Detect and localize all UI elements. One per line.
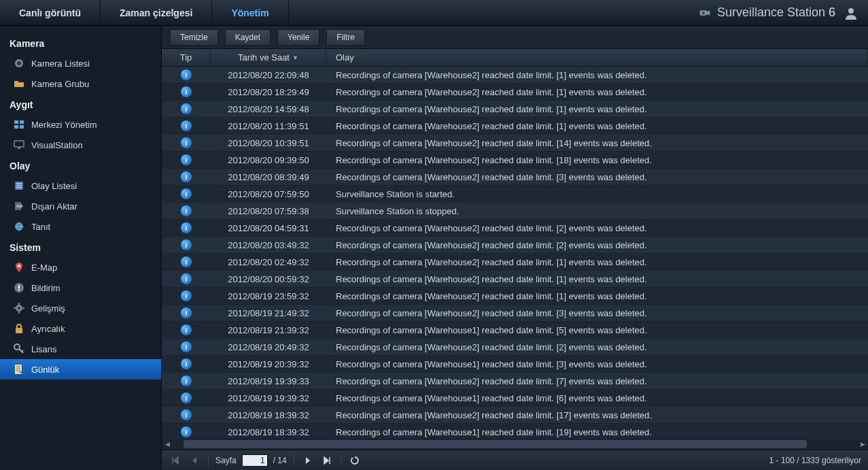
sidebar-item-sistem-0[interactable]: E-Map: [0, 257, 161, 278]
sidebar-item-sistem-1[interactable]: Bildirim: [0, 278, 161, 298]
hscroll-left-icon[interactable]: ◀: [162, 439, 173, 450]
table-row[interactable]: i2012/08/20 00:59:32Recordings of camera…: [162, 271, 868, 288]
sidebar-item-label: Kamera Listesi: [31, 58, 90, 69]
svg-rect-8: [20, 125, 24, 129]
horizontal-scrollbar[interactable]: ◀ ▶: [162, 439, 868, 450]
sidebar-item-olay-0[interactable]: Olay Listesi: [0, 175, 161, 196]
table-row[interactable]: i2012/08/19 18:39:32Recordings of camera…: [162, 424, 868, 439]
cms-icon: [14, 119, 24, 130]
grid-body[interactable]: i2012/08/20 22:09:48Recordings of camera…: [162, 67, 868, 439]
sidebar-item-olay-1[interactable]: Dışarı Aktar: [0, 196, 161, 216]
row-type-cell: i: [162, 205, 211, 216]
col-header-date[interactable]: Tarih ve Saat ▼: [211, 49, 326, 66]
sidebar-item-aygıt-1[interactable]: VisualStation: [0, 135, 161, 155]
sidebar-item-olay-2[interactable]: Tanıt: [0, 216, 161, 237]
col-header-date-label: Tarih ve Saat: [238, 52, 290, 63]
table-row[interactable]: i2012/08/20 09:39:50Recordings of camera…: [162, 152, 868, 169]
hscroll-thumb[interactable]: [184, 440, 807, 448]
topnav-item-0[interactable]: Canlı görüntü: [0, 0, 101, 25]
pager-refresh-icon[interactable]: [348, 454, 362, 467]
table-row[interactable]: i2012/08/20 04:59:31Recordings of camera…: [162, 220, 868, 237]
sidebar-item-sistem-2[interactable]: Gelişmiş: [0, 298, 161, 318]
sidebar-item-label: Dışarı Aktar: [31, 201, 77, 212]
svg-line-32: [22, 350, 23, 352]
pager-page-input[interactable]: [242, 454, 268, 467]
info-icon: i: [181, 103, 192, 114]
filter-button[interactable]: Filtre: [326, 29, 365, 46]
row-date-cell: 2012/08/19 23:59:32: [211, 291, 326, 301]
col-header-type[interactable]: Tip: [162, 49, 211, 66]
pager-last-icon[interactable]: [320, 454, 334, 467]
table-row[interactable]: i2012/08/20 08:39:49Recordings of camera…: [162, 169, 868, 186]
row-type-cell: i: [162, 188, 211, 199]
table-row[interactable]: i2012/08/20 22:09:48Recordings of camera…: [162, 67, 868, 84]
topnav-item-1[interactable]: Zaman çizelgesi: [101, 0, 212, 25]
col-header-event[interactable]: Olay: [326, 49, 868, 66]
row-type-cell: i: [162, 137, 211, 148]
row-date-cell: 2012/08/20 22:09:48: [211, 70, 326, 80]
sidebar-item-kamera-1[interactable]: Kamera Grubu: [0, 73, 161, 94]
table-row[interactable]: i2012/08/19 20:49:32Recordings of camera…: [162, 339, 868, 356]
row-event-cell: Surveillance Station is stopped.: [326, 206, 868, 216]
table-row[interactable]: i2012/08/19 20:39:32Recordings of camera…: [162, 356, 868, 373]
table-row[interactable]: i2012/08/20 11:39:51Recordings of camera…: [162, 118, 868, 135]
table-row[interactable]: i2012/08/19 19:39:33Recordings of camera…: [162, 373, 868, 390]
folder-icon: [14, 78, 24, 89]
table-row[interactable]: i2012/08/20 10:39:51Recordings of camera…: [162, 135, 868, 152]
table-row[interactable]: i2012/08/19 21:49:32Recordings of camera…: [162, 305, 868, 322]
row-event-cell: Recordings of camera [Warehouse1] reache…: [326, 427, 868, 437]
table-row[interactable]: i2012/08/19 19:39:32Recordings of camera…: [162, 390, 868, 407]
sidebar-section-0: Kamera: [0, 33, 161, 53]
sidebar-item-label: VisualStation: [31, 140, 83, 150]
brand-icon: [699, 7, 710, 18]
sidebar-item-aygıt-0[interactable]: Merkezi Yönetim: [0, 114, 161, 135]
sidebar-item-label: Bildirim: [31, 283, 60, 293]
gear-icon: [14, 303, 24, 314]
sidebar-item-sistem-4[interactable]: Lisans: [0, 339, 161, 359]
sidebar-item-kamera-0[interactable]: Kamera Listesi: [0, 53, 161, 73]
pager-first-icon[interactable]: [169, 454, 182, 467]
row-event-cell: Recordings of camera [Warehouse2] reache…: [326, 87, 868, 97]
sidebar-item-label: Tanıt: [31, 222, 50, 232]
row-event-cell: Recordings of camera [Warehouse2] reache…: [326, 291, 868, 301]
save-button[interactable]: Kaydet: [225, 29, 271, 46]
sidebar-item-sistem-5[interactable]: Günlük: [0, 359, 161, 380]
row-type-cell: i: [162, 341, 211, 352]
row-date-cell: 2012/08/19 18:39:32: [211, 410, 326, 420]
sidebar-item-label: Gelişmiş: [31, 303, 65, 314]
row-date-cell: 2012/08/20 11:39:51: [211, 121, 326, 131]
display-icon: [14, 139, 24, 150]
row-date-cell: 2012/08/20 07:59:38: [211, 206, 326, 216]
hscroll-right-icon[interactable]: ▶: [857, 439, 868, 450]
sidebar-section-1: Aygıt: [0, 94, 161, 114]
table-row[interactable]: i2012/08/20 18:29:49Recordings of camera…: [162, 84, 868, 101]
row-date-cell: 2012/08/19 19:39:32: [211, 393, 326, 403]
hscroll-track[interactable]: [184, 439, 846, 449]
sidebar-item-sistem-3[interactable]: Ayrıcalık: [0, 318, 161, 339]
clear-button[interactable]: Temizle: [170, 29, 218, 46]
pager-prev-icon[interactable]: [188, 454, 201, 467]
pager-next-icon[interactable]: [301, 454, 315, 467]
row-type-cell: i: [162, 154, 211, 165]
table-row[interactable]: i2012/08/19 23:59:32Recordings of camera…: [162, 288, 868, 305]
table-row[interactable]: i2012/08/20 03:49:32Recordings of camera…: [162, 237, 868, 254]
table-row[interactable]: i2012/08/20 07:59:38Surveillance Station…: [162, 203, 868, 220]
row-type-cell: i: [162, 426, 211, 437]
sidebar-item-label: Günlük: [31, 365, 59, 375]
table-row[interactable]: i2012/08/20 02:49:32Recordings of camera…: [162, 254, 868, 271]
topnav-item-2[interactable]: Yönetim: [212, 0, 288, 25]
toolbar: TemizleKaydetYenileFiltre: [162, 26, 868, 49]
row-event-cell: Recordings of camera [Warehouse2] reache…: [326, 104, 868, 114]
table-row[interactable]: i2012/08/20 14:59:48Recordings of camera…: [162, 101, 868, 118]
table-row[interactable]: i2012/08/19 21:39:32Recordings of camera…: [162, 322, 868, 339]
row-event-cell: Recordings of camera [Warehouse2] reache…: [326, 70, 868, 80]
table-row[interactable]: i2012/08/19 18:39:32Recordings of camera…: [162, 407, 868, 424]
sidebar-item-label: Kamera Grubu: [31, 79, 89, 89]
svg-rect-28: [22, 307, 24, 309]
table-row[interactable]: i2012/08/20 07:59:50Surveillance Station…: [162, 186, 868, 203]
row-event-cell: Recordings of camera [Warehouse2] reache…: [326, 376, 868, 386]
refresh-button[interactable]: Yenile: [277, 29, 319, 46]
user-menu-icon[interactable]: [842, 4, 860, 22]
svg-rect-22: [18, 289, 20, 290]
row-date-cell: 2012/08/20 10:39:51: [211, 138, 326, 148]
